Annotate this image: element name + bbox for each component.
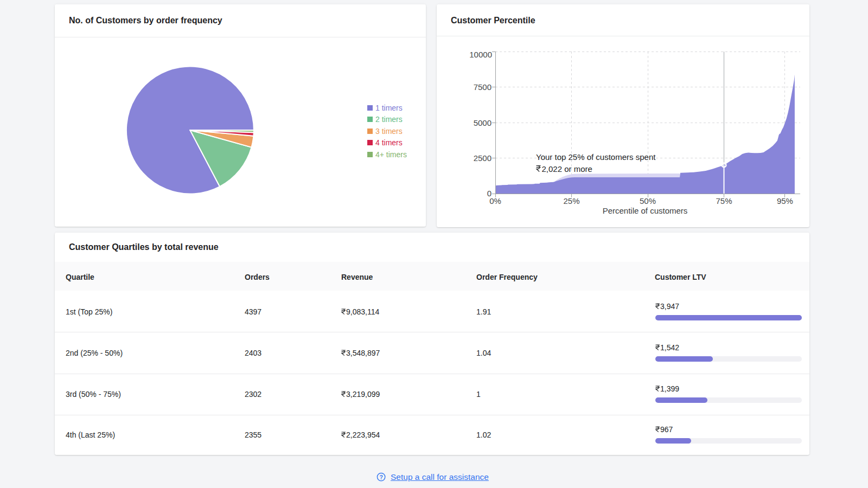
svg-text:5000: 5000 xyxy=(474,118,492,127)
svg-text:25%: 25% xyxy=(563,196,579,206)
svg-text:Percentile of customers: Percentile of customers xyxy=(603,206,688,215)
svg-text:2500: 2500 xyxy=(474,153,492,163)
svg-text:95%: 95% xyxy=(777,196,793,206)
svg-text:Your top 25% of customers spen: Your top 25% of customers spent xyxy=(536,152,656,162)
svg-text:2,022 or more: 2,022 or more xyxy=(542,164,592,174)
svg-text:10000: 10000 xyxy=(469,50,492,59)
svg-text:50%: 50% xyxy=(640,196,656,206)
svg-text:0%: 0% xyxy=(489,196,501,206)
svg-text:?: ? xyxy=(379,474,382,480)
svg-text:75%: 75% xyxy=(716,196,732,206)
svg-text:7500: 7500 xyxy=(474,82,492,92)
